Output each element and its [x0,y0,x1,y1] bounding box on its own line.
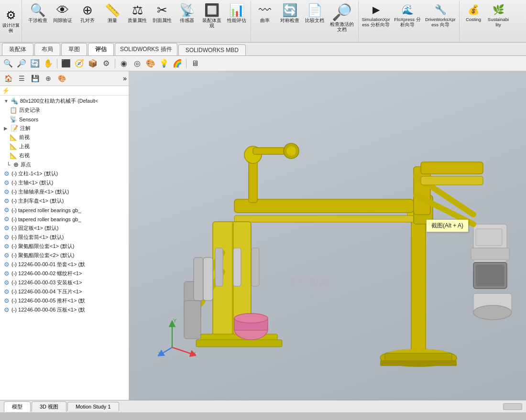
rotate-button[interactable]: 🔄 [29,58,41,69]
tree-taper2[interactable]: ⚙ (-) tapered roller bearings gb_ [0,215,129,224]
tree-origin[interactable]: └ ⊕ 原点 [0,160,129,169]
tree-brake-disc[interactable]: ⚙ (-) 主刹车盘<1> (默认) [0,196,129,205]
status-tab-model[interactable]: 模型 [4,401,31,412]
zoom-to-fit-button[interactable]: 🔍 [2,58,14,69]
part-00-03-icon: ⚙ [4,279,10,286]
standard-views-button[interactable]: ⬛ [60,58,72,69]
mass-props-button[interactable]: ⚖ 质量属性 [125,2,149,40]
sensors-icon: 📡 [10,116,17,123]
tree-history[interactable]: 📋 历史记录 [0,106,129,115]
clearance-button[interactable]: 👁 间隙验证 [51,2,75,40]
tree-limit-sleeve[interactable]: ⚙ (-) 限位套筒<1> (默认) [0,233,129,242]
compare-doc-button[interactable]: 📄 比较文档 [303,2,327,40]
svg-rect-28 [471,248,509,260]
measure-button[interactable]: 📏 测量 [100,2,124,40]
tree-part-00-03[interactable]: ⚙ (-) 12246-00-00-03 安装板<1> [0,278,129,287]
render-button[interactable]: 🎨 [144,58,157,69]
tree-part-00-02[interactable]: ⚙ (-) 12246-00-00-02 螺纹杆<1> [0,269,129,278]
tree-front-view[interactable]: 📐 前视 [0,133,129,142]
sidebar-save-button[interactable]: 💾 [29,73,41,84]
simxpress-icon: ▶ [373,4,380,15]
design-calc-label: 设计计算例 [2,23,20,33]
sidebar-list-button[interactable]: ☰ [15,73,28,84]
tree-root[interactable]: ▼ 🔩 80x1200立柱助力机械手 (Default< [0,97,129,106]
sidebar-palette-button[interactable]: 🎨 [55,73,68,84]
design-calc-button[interactable]: ⚙ 设计计算例 [0,0,22,42]
tab-evaluate[interactable]: 评估 [88,43,114,55]
root-expand-icon: ▼ [4,98,9,104]
compare-doc-icon: 📄 [307,4,322,16]
section-props-button[interactable]: ✂ 剖面属性 [150,2,174,40]
view-settings-button[interactable]: ⚙ [100,58,112,69]
curvature-icon: 〰 [259,4,271,16]
svg-text:Z: Z [158,351,161,357]
floxpress-button[interactable]: 🌊 FloXpress 分析向导 [392,2,423,40]
screenshot-tooltip: 截图(Alt + A) [426,219,469,232]
costing-button[interactable]: 💰 Costing [461,2,485,40]
status-tab-3d-view[interactable]: 3D 视图 [32,401,66,412]
tab-layout[interactable]: 布局 [34,43,60,55]
tab-assembly[interactable]: 装配体 [2,43,33,55]
tree-column[interactable]: ⚙ (-) 立柱-1<1> (默认) [0,169,129,178]
tab-solidworks-plugins[interactable]: SOLIDWORKS 插件 [115,43,177,55]
tree-part-00-01[interactable]: ⚙ (-) 12246-00-00-01 垫套<1> (默 [0,260,129,269]
tree-pu-limit1[interactable]: ⚙ (-) 聚氨酯限位套<1> (默认) [0,242,129,251]
zoom-in-button[interactable]: 🔎 [15,58,28,69]
sidebar-toolbar: 🏠 ☰ 💾 ⊕ 🎨 » [0,71,129,86]
curvature-button[interactable]: 〰 曲率 [253,2,277,40]
sensors-label: Sensors [19,117,38,122]
filter-icon: ⚡ [2,87,10,94]
tree-fixed-plate[interactable]: ⚙ (-) 固定板<1> (默认) [0,224,129,233]
viewport[interactable]: 零件图网 www.jdzj.com [129,71,526,400]
tree-annotations[interactable]: ▶ 📝 注解 [0,124,129,133]
sidebar-expand-button[interactable]: » [123,75,127,82]
hole-align-button[interactable]: ⊕ 孔对齐 [76,2,99,40]
part-00-05-icon: ⚙ [4,297,10,304]
sidebar-home-button[interactable]: 🏠 [2,73,14,84]
part-00-01-icon: ⚙ [4,261,10,268]
toolbar-separator-3 [186,59,186,68]
right-view-icon: 📐 [10,152,17,159]
assembly-view-button[interactable]: 🔲 装配体直观 [200,2,224,40]
sidebar-target-button[interactable]: ⊕ [42,73,55,84]
driveworks-button[interactable]: 🔧 DriveWorksXpress 向导 [424,2,457,40]
history-icon: 📋 [10,107,17,114]
sustainability-button[interactable]: 🌿 Sustainability [486,2,510,40]
tree-top-view[interactable]: 📐 上视 [0,142,129,151]
tree-sensors[interactable]: 📡 Sensors [0,115,129,124]
tab-sketch[interactable]: 草图 [61,43,87,55]
status-tab-motion-study[interactable]: Motion Study 1 [67,402,119,411]
simxpress-button[interactable]: ▶ SimulationXpress 分析向导 [361,2,391,40]
tree-spindle-seat[interactable]: ⚙ (-) 主轴轴承座<1> (默认) [0,187,129,196]
pu-limit1-label: (-) 聚氨酯限位套<1> (默认) [11,243,74,250]
tree-pu-limit2[interactable]: ⚙ (-) 聚氨酯限位套<2> (默认) [0,251,129,260]
interference-button[interactable]: 🔍 干涉检查 [26,2,50,40]
tree-part-00-06[interactable]: ⚙ (-) 12246-00-00-06 压板<1> (默 [0,305,129,314]
perf-eval-button[interactable]: 📊 性能评估 [225,2,249,40]
monitor-button[interactable]: 🖥 [189,58,201,69]
tree-taper1[interactable]: ⚙ (-) tapered roller bearings gb_ [0,205,129,215]
svg-rect-4 [380,360,457,366]
view-orient-button[interactable]: 🧭 [73,58,86,69]
appearance-button[interactable]: 🌈 [171,58,184,69]
horizontal-scrollbar[interactable] [503,403,522,410]
svg-rect-40 [215,248,223,286]
wireframe-button[interactable]: ◎ [131,58,143,69]
part-00-01-label: (-) 12246-00-00-01 垫套<1> (默 [11,261,85,268]
tree-right-view[interactable]: 📐 右视 [0,151,129,160]
svg-rect-0 [411,215,426,358]
check-active-button[interactable]: 🔎 检查激活的文档 [328,2,356,40]
tree-spindle[interactable]: ⚙ (-) 主轴<1> (默认) [0,178,129,187]
tree-part-00-05[interactable]: ⚙ (-) 12246-00-00-05 推杆<1> (默 [0,296,129,305]
svg-rect-29 [476,229,502,246]
tab-solidworks-mbd[interactable]: SOLIDWORKS MBD [178,44,246,55]
sym-check-button[interactable]: 🔄 对称检查 [278,2,302,40]
sensor-button[interactable]: 📡 传感器 [175,2,199,40]
sensor-icon: 📡 [179,4,195,16]
driveworks-icon: 🔧 [435,4,447,15]
view3d-button[interactable]: 📦 [87,58,99,69]
shaded-button[interactable]: ◉ [118,58,130,69]
tree-part-00-04[interactable]: ⚙ (-) 12246-00-00-04 下压片<1> [0,287,129,296]
pan-button[interactable]: ✋ [42,58,55,69]
display-button[interactable]: 💡 [158,58,170,69]
